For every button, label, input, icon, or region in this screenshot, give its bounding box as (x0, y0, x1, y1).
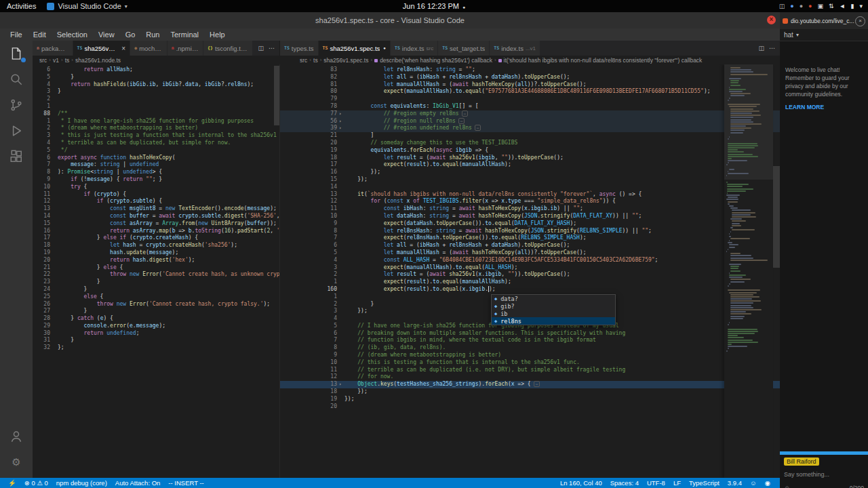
code-line[interactable]: 6export async function hashToHexCopy( (33, 155, 279, 162)
settings-button[interactable]: ⚙ (0, 449, 33, 475)
sidebar-item-run-debug[interactable] (0, 118, 33, 144)
code-line[interactable]: 10 let dataHash: string = await hashToHe… (280, 213, 780, 220)
code-line[interactable]: 18 let result = (await sha256v1(ibgib, "… (280, 155, 780, 162)
code-line[interactable]: 7 // function ibgibs in mind, where the … (280, 337, 780, 344)
accounts-button[interactable] (0, 424, 33, 449)
code-line[interactable]: 17 expect(result).to.equal(manualAllHash… (280, 161, 780, 169)
code-line[interactable]: 3} (33, 88, 279, 96)
breadcrumb-item[interactable]: src (300, 57, 307, 64)
status-indentation[interactable]: Spaces: 4 (606, 479, 643, 487)
code-line[interactable]: 21 } else { (33, 264, 279, 272)
code-line[interactable]: 14 (280, 184, 780, 191)
code-line[interactable]: 81 let manualAllHash = (await hashToHexC… (280, 81, 780, 89)
tab-types.ts[interactable]: TStypes.ts (280, 41, 319, 56)
split-editor-icon[interactable]: ◫ (258, 45, 264, 52)
code-line[interactable]: 12 if (crypto.subtle) { (33, 198, 279, 205)
code-line[interactable]: 17 } else if (crypto.createHash) { (33, 235, 279, 242)
sidebar-item-search[interactable] (0, 66, 33, 92)
code-line[interactable]: 5 } (33, 74, 279, 81)
code-line[interactable]: 11 if (crypto) { (33, 191, 279, 199)
close-icon[interactable]: × (121, 45, 125, 52)
code-line[interactable]: 16 }); (280, 169, 780, 176)
tab-index.ts[interactable]: TSindex.ts...v1 (490, 41, 540, 56)
code-line[interactable]: 4 return hashFields(ibGib.ib, ibGib?.dat… (33, 81, 279, 89)
tab-index.ts[interactable]: TSindex.tssrc (391, 41, 438, 56)
code-line[interactable]: 22 throw new Error('Cannot create hash, … (33, 271, 279, 279)
suggestion-ib[interactable]: ◆ib (492, 310, 615, 317)
status-language-mode[interactable]: TypeScript (685, 479, 724, 487)
status-remote[interactable]: ⚡ (4, 479, 20, 487)
code-line[interactable]: 4 const ALL_HASH = "6B4084CBE160723E10DC… (280, 257, 780, 264)
code-line[interactable]: 19 equivalents.forEach(async ibgib => { (280, 147, 780, 155)
code-line[interactable]: 9 if (!message) { return ""; } (33, 176, 279, 184)
code-line[interactable]: 83 let rel8nsHash: string = ""; (280, 66, 780, 74)
code-line[interactable]: 2 (33, 96, 279, 103)
status-ts-version[interactable]: 3.9.4 (724, 479, 746, 487)
status-problems[interactable]: ⊗ 0 ⚠ 0 (20, 479, 52, 487)
code-line[interactable]: 88/** (33, 110, 279, 118)
menu-run[interactable]: Run (141, 30, 164, 39)
code-line[interactable]: 7 message: string | undefined (33, 161, 279, 169)
code-line[interactable]: 27 } (33, 308, 279, 315)
menu-help[interactable]: Help (205, 30, 230, 39)
code-line[interactable]: 9 expect(dataHash.toUpperCase()).to.equa… (280, 220, 780, 228)
code-line[interactable]: 10 // this is testing a function that is… (280, 359, 780, 367)
volume-icon[interactable]: ◄ (840, 0, 846, 12)
code-line[interactable]: 26 throw new Error('Cannot create hash, … (33, 301, 279, 308)
tab-.npmignore[interactable]: n.npmignore (167, 41, 203, 56)
code-line[interactable]: 13 it(`should hash ibgibs with non-null … (280, 191, 780, 199)
emoji-picker-icon[interactable]: ☺ (784, 485, 790, 488)
tab-set_target.ts[interactable]: TSset_target.ts (438, 41, 490, 56)
breadcrumb-item[interactable]: ts (65, 57, 70, 64)
code-line[interactable]: 79 (280, 96, 780, 103)
record-icon[interactable]: ● (808, 0, 812, 12)
breadcrumb-item[interactable]: ts (313, 57, 318, 64)
status-notifications[interactable]: ◉ (761, 479, 774, 487)
code-line[interactable]: 6 let all = (ibHash + rel8nsHash + dataH… (280, 242, 780, 249)
code-line[interactable]: 11 // terrible as can be duplicated (i.e… (280, 367, 780, 374)
window-close-button[interactable]: × (767, 16, 776, 24)
tab-sha256v1.node.ts[interactable]: TSsha256v1.node.ts× (73, 41, 131, 56)
code-line[interactable]: 10 try { (33, 184, 279, 191)
code-line[interactable]: 160 expect(result).to.equal(x.ibgib.); (280, 286, 780, 293)
code-line[interactable]: 6 return allHash; (33, 66, 279, 74)
code-line[interactable]: 15 const asArray = Array.from(new Uint8A… (33, 220, 279, 228)
tab-sha256v1.spec.ts[interactable]: TSsha256v1.spec.ts● (319, 41, 391, 56)
code-line[interactable]: 8 // (ib, gib, data, rel8ns). (280, 344, 780, 352)
clock[interactable]: Jun 16 12:23 PM (403, 2, 459, 10)
code-line[interactable]: 5 */ (33, 147, 279, 155)
menu-terminal[interactable]: Terminal (166, 30, 204, 39)
code-line[interactable]: 56› // #region null rel8ns⋯ (280, 118, 780, 125)
code-line[interactable]: 15 }); (280, 176, 780, 184)
code-line[interactable]: 30 return undefined; (33, 330, 279, 338)
camera-icon[interactable]: ▣ (818, 0, 824, 12)
code-line[interactable]: 18 }); (280, 388, 780, 396)
chat-author-badge[interactable]: Bill Raiford (784, 458, 819, 466)
code-line[interactable]: 6 // breaking down into multiple smaller… (280, 330, 780, 338)
code-line[interactable]: 12 // for now. (280, 373, 780, 381)
code-line[interactable]: 77› // #region empty rel8ns⋯ (280, 110, 780, 118)
suggestion-data?[interactable]: ◆data? (492, 295, 615, 302)
title-bar[interactable]: sha256v1.spec.ts - core - Visual Studio … (0, 12, 780, 28)
code-line[interactable]: 1 expect(result).to.equal(manualAllHash)… (280, 279, 780, 286)
code-line[interactable]: 21 ] (280, 132, 780, 140)
code-line[interactable]: 16 return asArray.map(b => b.toString(16… (33, 228, 279, 235)
code-line[interactable]: 29 console.error(e.message); (33, 323, 279, 330)
battery-icon[interactable]: ▮ (851, 0, 854, 12)
status-cursor-position[interactable]: Ln 160, Col 40 (556, 479, 606, 487)
code-line[interactable]: 5 let manualAllHash = (await hashToHexCo… (280, 249, 780, 257)
suggestion-rel8ns[interactable]: ◆rel8ns (492, 317, 615, 325)
chat-mode-selector[interactable]: hat ▾ (780, 29, 868, 41)
browser-close-icon[interactable]: × (855, 16, 865, 26)
learn-more-link[interactable]: LEARN MORE (785, 104, 863, 110)
more-actions-icon[interactable]: ⋯ (269, 45, 275, 52)
system-caret-icon[interactable]: ▾ (859, 0, 863, 12)
tab-mocha.opts[interactable]: ●mocha.opts (130, 41, 167, 56)
code-line[interactable]: 20 // someday change this to use the TES… (280, 140, 780, 147)
breadcrumb-item[interactable]: sha256v1.spec.ts (323, 57, 368, 64)
code-line[interactable]: 3 expect(manualAllHash).to.equal(ALL_HAS… (280, 264, 780, 272)
status-auto-attach[interactable]: Auto Attach: On (111, 479, 165, 487)
app-indicator-icon[interactable]: ● (800, 0, 803, 12)
indicator-grid-icon[interactable]: ◫ (779, 0, 785, 12)
code-line[interactable]: 12 for (const x of TEST_IBGIBS.filter(x … (280, 198, 780, 205)
